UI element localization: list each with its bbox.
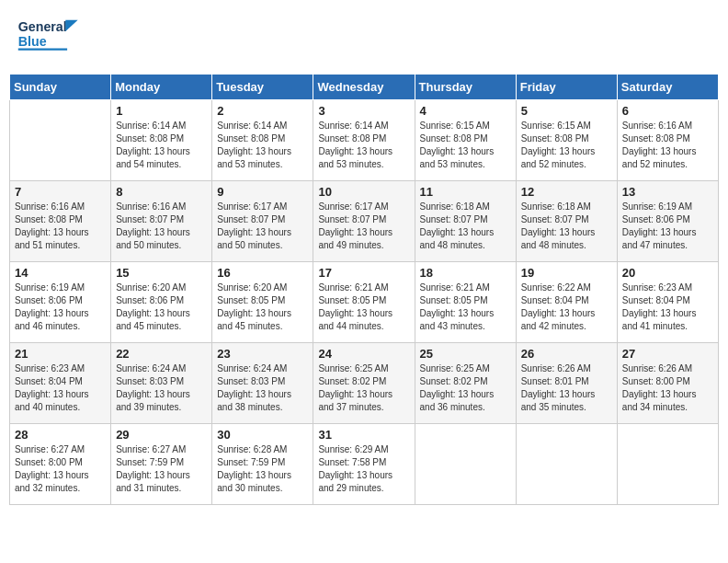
day-sun-info: Sunrise: 6:23 AMSunset: 8:04 PMDaylight:… [15,362,106,414]
day-of-week-header: Wednesday [313,75,415,100]
calendar-day-cell: 21Sunrise: 6:23 AMSunset: 8:04 PMDayligh… [10,343,111,424]
calendar-week-row: 21Sunrise: 6:23 AMSunset: 8:04 PMDayligh… [10,343,719,424]
day-number: 16 [217,266,308,280]
calendar-day-cell: 29Sunrise: 6:27 AMSunset: 7:59 PMDayligh… [111,424,212,505]
calendar-day-cell: 5Sunrise: 6:15 AMSunset: 8:08 PMDaylight… [516,100,617,181]
day-sun-info: Sunrise: 6:29 AMSunset: 7:58 PMDaylight:… [318,443,409,495]
day-sun-info: Sunrise: 6:24 AMSunset: 8:03 PMDaylight:… [116,362,207,414]
day-of-week-header: Thursday [415,75,516,100]
day-sun-info: Sunrise: 6:27 AMSunset: 7:59 PMDaylight:… [116,443,207,495]
day-sun-info: Sunrise: 6:16 AMSunset: 8:08 PMDaylight:… [622,120,713,171]
day-number: 27 [622,347,713,361]
day-number: 20 [622,266,713,280]
day-sun-info: Sunrise: 6:25 AMSunset: 8:02 PMDaylight:… [420,362,511,414]
day-number: 4 [420,104,511,118]
calendar-day-cell [617,424,718,505]
day-sun-info: Sunrise: 6:21 AMSunset: 8:05 PMDaylight:… [318,282,409,333]
calendar-header-row: SundayMondayTuesdayWednesdayThursdayFrid… [10,75,719,100]
calendar-day-cell: 19Sunrise: 6:22 AMSunset: 8:04 PMDayligh… [516,262,617,343]
calendar-day-cell: 25Sunrise: 6:25 AMSunset: 8:02 PMDayligh… [415,343,516,424]
day-number: 22 [116,347,207,361]
calendar-day-cell: 9Sunrise: 6:17 AMSunset: 8:07 PMDaylight… [212,181,313,262]
day-sun-info: Sunrise: 6:18 AMSunset: 8:07 PMDaylight:… [420,201,511,252]
day-sun-info: Sunrise: 6:28 AMSunset: 7:59 PMDaylight:… [217,443,308,495]
day-number: 11 [420,185,511,199]
calendar-day-cell [10,100,111,181]
day-of-week-header: Tuesday [212,75,313,100]
calendar-day-cell: 30Sunrise: 6:28 AMSunset: 7:59 PMDayligh… [212,424,313,505]
day-number: 15 [116,266,207,280]
calendar-day-cell: 8Sunrise: 6:16 AMSunset: 8:07 PMDaylight… [111,181,212,262]
calendar-day-cell: 22Sunrise: 6:24 AMSunset: 8:03 PMDayligh… [111,343,212,424]
day-number: 25 [420,347,511,361]
day-sun-info: Sunrise: 6:19 AMSunset: 8:06 PMDaylight:… [15,282,106,333]
page-header: General Blue [9,9,719,66]
calendar-day-cell: 16Sunrise: 6:20 AMSunset: 8:05 PMDayligh… [212,262,313,343]
calendar-day-cell: 14Sunrise: 6:19 AMSunset: 8:06 PMDayligh… [10,262,111,343]
day-number: 6 [622,104,713,118]
calendar-day-cell: 18Sunrise: 6:21 AMSunset: 8:05 PMDayligh… [415,262,516,343]
day-sun-info: Sunrise: 6:17 AMSunset: 8:07 PMDaylight:… [217,201,308,252]
day-number: 1 [116,104,207,118]
day-number: 8 [116,185,207,199]
day-number: 18 [420,266,511,280]
day-number: 12 [521,185,612,199]
calendar-day-cell: 28Sunrise: 6:27 AMSunset: 8:00 PMDayligh… [10,424,111,505]
calendar-day-cell: 12Sunrise: 6:18 AMSunset: 8:07 PMDayligh… [516,181,617,262]
calendar-day-cell: 31Sunrise: 6:29 AMSunset: 7:58 PMDayligh… [313,424,415,505]
logo: General Blue [17,13,90,63]
calendar-week-row: 14Sunrise: 6:19 AMSunset: 8:06 PMDayligh… [10,262,719,343]
day-number: 23 [217,347,308,361]
day-of-week-header: Sunday [10,75,111,100]
calendar-day-cell: 6Sunrise: 6:16 AMSunset: 8:08 PMDaylight… [617,100,718,181]
day-number: 9 [217,185,308,199]
day-sun-info: Sunrise: 6:20 AMSunset: 8:06 PMDaylight:… [116,282,207,333]
day-sun-info: Sunrise: 6:15 AMSunset: 8:08 PMDaylight:… [420,120,511,171]
day-sun-info: Sunrise: 6:24 AMSunset: 8:03 PMDaylight:… [217,362,308,414]
day-sun-info: Sunrise: 6:26 AMSunset: 8:01 PMDaylight:… [521,362,612,414]
day-sun-info: Sunrise: 6:16 AMSunset: 8:07 PMDaylight:… [116,201,207,252]
day-sun-info: Sunrise: 6:23 AMSunset: 8:04 PMDaylight:… [622,282,713,333]
day-number: 29 [116,428,207,442]
calendar-day-cell: 17Sunrise: 6:21 AMSunset: 8:05 PMDayligh… [313,262,415,343]
calendar-day-cell: 26Sunrise: 6:26 AMSunset: 8:01 PMDayligh… [516,343,617,424]
calendar-day-cell [415,424,516,505]
day-sun-info: Sunrise: 6:27 AMSunset: 8:00 PMDaylight:… [15,443,106,495]
calendar-day-cell: 4Sunrise: 6:15 AMSunset: 8:08 PMDaylight… [415,100,516,181]
calendar-day-cell [516,424,617,505]
day-sun-info: Sunrise: 6:19 AMSunset: 8:06 PMDaylight:… [622,201,713,252]
day-sun-info: Sunrise: 6:17 AMSunset: 8:07 PMDaylight:… [318,201,409,252]
day-number: 14 [15,266,106,280]
calendar-day-cell: 23Sunrise: 6:24 AMSunset: 8:03 PMDayligh… [212,343,313,424]
svg-text:General: General [18,19,67,34]
day-number: 21 [15,347,106,361]
day-of-week-header: Friday [516,75,617,100]
day-number: 2 [217,104,308,118]
day-sun-info: Sunrise: 6:14 AMSunset: 8:08 PMDaylight:… [116,120,207,171]
day-sun-info: Sunrise: 6:26 AMSunset: 8:00 PMDaylight:… [622,362,713,414]
day-sun-info: Sunrise: 6:22 AMSunset: 8:04 PMDaylight:… [521,282,612,333]
day-of-week-header: Saturday [617,75,718,100]
calendar-day-cell: 15Sunrise: 6:20 AMSunset: 8:06 PMDayligh… [111,262,212,343]
day-sun-info: Sunrise: 6:18 AMSunset: 8:07 PMDaylight:… [521,201,612,252]
day-number: 7 [15,185,106,199]
day-sun-info: Sunrise: 6:21 AMSunset: 8:05 PMDaylight:… [420,282,511,333]
calendar-week-row: 28Sunrise: 6:27 AMSunset: 8:00 PMDayligh… [10,424,719,505]
calendar-week-row: 1Sunrise: 6:14 AMSunset: 8:08 PMDaylight… [10,100,719,181]
day-sun-info: Sunrise: 6:20 AMSunset: 8:05 PMDaylight:… [217,282,308,333]
day-number: 28 [15,428,106,442]
day-number: 24 [318,347,409,361]
day-sun-info: Sunrise: 6:15 AMSunset: 8:08 PMDaylight:… [521,120,612,171]
day-sun-info: Sunrise: 6:25 AMSunset: 8:02 PMDaylight:… [318,362,409,414]
calendar-day-cell: 20Sunrise: 6:23 AMSunset: 8:04 PMDayligh… [617,262,718,343]
day-number: 5 [521,104,612,118]
day-number: 3 [318,104,409,118]
calendar-day-cell: 13Sunrise: 6:19 AMSunset: 8:06 PMDayligh… [617,181,718,262]
calendar-day-cell: 24Sunrise: 6:25 AMSunset: 8:02 PMDayligh… [313,343,415,424]
calendar-day-cell: 2Sunrise: 6:14 AMSunset: 8:08 PMDaylight… [212,100,313,181]
day-number: 13 [622,185,713,199]
calendar-day-cell: 11Sunrise: 6:18 AMSunset: 8:07 PMDayligh… [415,181,516,262]
day-number: 30 [217,428,308,442]
day-number: 26 [521,347,612,361]
calendar-day-cell: 27Sunrise: 6:26 AMSunset: 8:00 PMDayligh… [617,343,718,424]
